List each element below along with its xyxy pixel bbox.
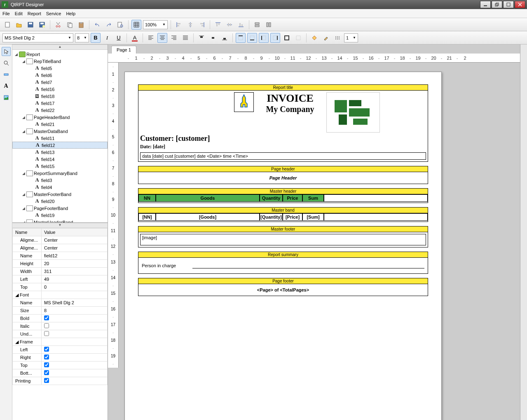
- tree-item-field14[interactable]: Afield14: [12, 156, 108, 163]
- text-align-justify-button[interactable]: [180, 33, 190, 43]
- save-button[interactable]: [26, 20, 35, 30]
- close-button[interactable]: [515, 1, 525, 8]
- band-master-data[interactable]: Master band [NN] [Goods] [Quantity] [Pri…: [138, 207, 428, 222]
- prop-check-left[interactable]: [44, 347, 49, 352]
- tree-item-field12[interactable]: Afield12: [12, 142, 108, 149]
- page-header-field[interactable]: Page Header: [140, 174, 426, 182]
- band-master-header[interactable]: Master header NN Goods Quantity Price Su…: [138, 188, 428, 203]
- pointer-tool[interactable]: [2, 47, 11, 56]
- new-button[interactable]: [2, 20, 12, 30]
- menu-service[interactable]: Service: [46, 11, 61, 16]
- report-tree[interactable]: ◢Report◢RepTitleBandAfield5Afield6Afield…: [12, 50, 108, 223]
- prop-check-bold[interactable]: [44, 315, 49, 320]
- text-tool[interactable]: A: [2, 82, 11, 91]
- signature-line[interactable]: [192, 263, 424, 268]
- menu-report[interactable]: Report: [28, 11, 41, 16]
- tree-item-masterheaderband[interactable]: ◢MasterHeaderBand: [12, 219, 108, 223]
- underline-button[interactable]: U: [114, 33, 124, 43]
- prop-check-italic[interactable]: [44, 323, 49, 328]
- line-style-button[interactable]: [333, 33, 342, 43]
- tree-item-report[interactable]: ◢Report: [12, 51, 108, 58]
- tree-item-field6[interactable]: Afield6: [12, 72, 108, 79]
- tree-item-field18[interactable]: 🖼field18: [12, 93, 108, 100]
- tree-item-field4[interactable]: Afield4: [12, 184, 108, 191]
- tree-item-pageheaderband[interactable]: ◢PageHeaderBand: [12, 114, 108, 121]
- report-page[interactable]: Report title INVOICE My Company: [124, 72, 442, 420]
- band-page-footer[interactable]: Page footer <Page> of <TotalPages>: [138, 278, 428, 296]
- page-tab[interactable]: Page 1: [111, 46, 136, 54]
- zoom-combo[interactable]: 100%▼: [143, 20, 168, 29]
- border-bottom-button[interactable]: [247, 33, 257, 43]
- fill-color-button[interactable]: [309, 33, 319, 43]
- font-color-button[interactable]: A: [130, 33, 140, 43]
- minimize-button[interactable]: [480, 1, 491, 8]
- border-right-button[interactable]: [270, 33, 280, 43]
- text-align-right-button[interactable]: [169, 33, 179, 43]
- canvas[interactable]: -1-2-3-4-5-6-7-8-9-10-11-12-13-14-15-16-…: [108, 44, 520, 420]
- tree-item-field21[interactable]: Afield21: [12, 121, 108, 128]
- saveas-button[interactable]: [37, 20, 47, 30]
- flag-image[interactable]: [234, 92, 254, 112]
- col-quantity[interactable]: Quantity: [260, 194, 283, 202]
- tree-item-field20[interactable]: Afield20: [12, 198, 108, 205]
- tree-item-field19[interactable]: Afield19: [12, 212, 108, 219]
- same-width-button[interactable]: [252, 20, 262, 30]
- valign-top-button[interactable]: [197, 33, 206, 43]
- align-left-edge-button[interactable]: [174, 20, 184, 30]
- fontsize-combo[interactable]: 8▼: [75, 33, 89, 42]
- tree-item-field22[interactable]: Afield22: [12, 107, 108, 114]
- band-tool[interactable]: [2, 70, 11, 79]
- menu-edit[interactable]: Edit: [15, 11, 23, 16]
- invoice-title[interactable]: INVOICE: [257, 92, 323, 105]
- band-master-footer[interactable]: Master footer [image]: [138, 226, 428, 247]
- align-right-edge-button[interactable]: [197, 20, 207, 30]
- person-label[interactable]: Person in charge: [142, 263, 176, 268]
- tree-item-field3[interactable]: Afield3: [12, 177, 108, 184]
- prop-check-top[interactable]: [44, 362, 49, 367]
- border-all-button[interactable]: [282, 33, 292, 43]
- company-name[interactable]: My Company: [257, 105, 323, 114]
- tree-item-field13[interactable]: Afield13: [12, 149, 108, 156]
- align-top-button[interactable]: [213, 20, 223, 30]
- linewidth-combo[interactable]: 1▼: [344, 33, 358, 42]
- menu-file[interactable]: File: [2, 11, 10, 16]
- cut-button[interactable]: [53, 20, 63, 30]
- logo-image[interactable]: [326, 92, 380, 133]
- tree-item-masterdataband[interactable]: ◢MasterDataBand: [12, 128, 108, 135]
- tree-item-masterfooterband[interactable]: ◢MasterFooterBand: [12, 191, 108, 198]
- prop-check-right[interactable]: [44, 355, 49, 359]
- property-grid[interactable]: NameValueAligme...CenterAligme...CenterN…: [12, 228, 108, 420]
- zoom-tool[interactable]: [2, 58, 11, 68]
- text-align-left-button[interactable]: [146, 33, 156, 43]
- tree-scroll-down[interactable]: ▼: [12, 223, 108, 228]
- tree-scroll-up[interactable]: ▲: [12, 44, 108, 50]
- prop-check-bott...[interactable]: [44, 370, 49, 375]
- cell-price[interactable]: [Price]: [283, 213, 302, 221]
- date-field[interactable]: Date: [date]: [140, 144, 426, 150]
- border-top-button[interactable]: [236, 33, 246, 43]
- prop-check-und...[interactable]: [44, 331, 49, 336]
- paste-button[interactable]: [76, 20, 86, 30]
- tree-item-field11[interactable]: Afield11: [12, 135, 108, 142]
- menu-help[interactable]: Help: [66, 11, 75, 16]
- open-button[interactable]: [14, 20, 24, 30]
- maximize-button[interactable]: [503, 1, 514, 8]
- band-page-header[interactable]: Page header Page Header: [138, 166, 428, 184]
- cell-goods[interactable]: [Goods]: [156, 213, 260, 221]
- cell-quantity[interactable]: [Quantity]: [260, 213, 283, 221]
- font-combo[interactable]: MS Shell Dlg 2▼: [2, 33, 73, 42]
- undo-button[interactable]: [92, 20, 102, 30]
- col-goods[interactable]: Goods: [156, 194, 260, 202]
- redo-button[interactable]: [104, 20, 114, 30]
- same-height-button[interactable]: [264, 20, 274, 30]
- image-tool[interactable]: [2, 93, 11, 102]
- tree-item-reportsummaryband[interactable]: ◢ReportSummaryBand: [12, 170, 108, 177]
- align-bottom-button[interactable]: [236, 20, 246, 30]
- align-center-button[interactable]: [185, 20, 195, 30]
- text-align-center-button[interactable]: [157, 33, 167, 43]
- cell-nn[interactable]: [NN]: [138, 213, 156, 221]
- tree-item-reptitleband[interactable]: ◢RepTitleBand: [12, 58, 108, 65]
- tree-item-field5[interactable]: Afield5: [12, 65, 108, 72]
- tree-item-field16[interactable]: Afield16: [12, 86, 108, 93]
- tree-item-field7[interactable]: Afield7: [12, 79, 108, 86]
